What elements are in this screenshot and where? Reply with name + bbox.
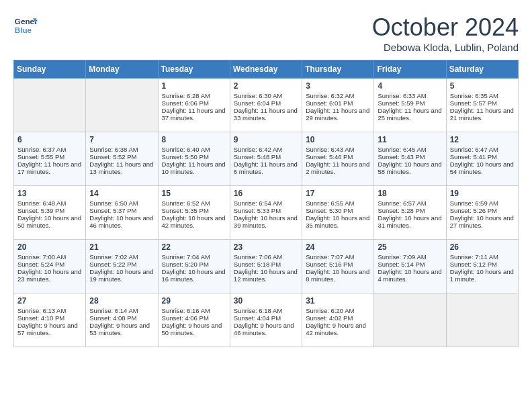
day-of-week-header: Monday [86, 60, 158, 79]
daylight-text: Daylight: 10 hours and 58 minutes. [378, 161, 442, 175]
calendar-cell: 26Sunrise: 7:11 AMSunset: 5:12 PMDayligh… [446, 240, 518, 293]
day-number: 10 [306, 135, 370, 144]
calendar-cell [374, 293, 446, 347]
sunset-text: Sunset: 5:14 PM [378, 261, 442, 268]
calendar-week-row: 20Sunrise: 7:00 AMSunset: 5:24 PMDayligh… [14, 240, 519, 293]
day-number: 21 [89, 242, 154, 252]
day-number: 2 [234, 81, 298, 91]
daylight-text: Daylight: 11 hours and 21 minutes. [450, 107, 515, 122]
sunrise-text: Sunrise: 7:00 AM [17, 253, 82, 261]
sunrise-text: Sunrise: 6:48 AM [17, 199, 82, 207]
sunset-text: Sunset: 5:50 PM [162, 153, 226, 161]
calendar-week-row: 6Sunrise: 6:37 AMSunset: 5:55 PMDaylight… [14, 132, 519, 186]
daylight-text: Daylight: 10 hours and 54 minutes. [450, 161, 515, 175]
day-number: 13 [17, 189, 82, 198]
sunset-text: Sunset: 4:02 PM [306, 314, 370, 322]
calendar-cell: 30Sunrise: 6:18 AMSunset: 4:04 PMDayligh… [230, 293, 302, 347]
day-of-week-header: Friday [374, 60, 446, 79]
header-row: SundayMondayTuesdayWednesdayThursdayFrid… [14, 60, 519, 79]
sunset-text: Sunset: 5:20 PM [162, 261, 226, 268]
day-number: 11 [378, 135, 442, 144]
sunrise-text: Sunrise: 7:11 AM [450, 253, 515, 261]
daylight-text: Daylight: 10 hours and 27 minutes. [450, 214, 515, 229]
day-number: 26 [450, 242, 515, 252]
day-number: 15 [162, 189, 226, 198]
calendar-cell: 31Sunrise: 6:20 AMSunset: 4:02 PMDayligh… [302, 293, 374, 347]
daylight-text: Daylight: 11 hours and 37 minutes. [162, 107, 226, 122]
sunset-text: Sunset: 5:48 PM [234, 153, 298, 161]
daylight-text: Daylight: 11 hours and 29 minutes. [306, 107, 370, 122]
day-number: 22 [162, 242, 226, 252]
calendar-cell: 19Sunrise: 6:59 AMSunset: 5:26 PMDayligh… [446, 186, 518, 240]
sunrise-text: Sunrise: 6:42 AM [234, 146, 298, 153]
sunrise-text: Sunrise: 6:40 AM [162, 146, 226, 153]
calendar-cell: 1Sunrise: 6:28 AMSunset: 6:06 PMDaylight… [158, 79, 230, 132]
sunset-text: Sunset: 5:55 PM [17, 153, 82, 161]
daylight-text: Daylight: 9 hours and 42 minutes. [306, 322, 370, 336]
day-number: 19 [450, 189, 515, 198]
day-number: 29 [162, 296, 226, 306]
daylight-text: Daylight: 11 hours and 6 minutes. [234, 161, 298, 175]
daylight-text: Daylight: 11 hours and 2 minutes. [306, 161, 370, 175]
sunset-text: Sunset: 6:06 PM [162, 99, 226, 107]
day-number: 1 [162, 81, 226, 91]
daylight-text: Daylight: 11 hours and 17 minutes. [17, 161, 82, 175]
calendar-cell: 7Sunrise: 6:38 AMSunset: 5:52 PMDaylight… [86, 132, 158, 186]
day-number: 3 [306, 81, 370, 91]
sunset-text: Sunset: 5:18 PM [234, 261, 298, 268]
day-number: 8 [162, 135, 226, 144]
day-number: 31 [306, 296, 370, 306]
title-section: October 2024 Debowa Kloda, Lublin, Polan… [372, 13, 519, 53]
sunset-text: Sunset: 5:33 PM [234, 207, 298, 214]
calendar-table: SundayMondayTuesdayWednesdayThursdayFrid… [13, 60, 519, 347]
logo-icon: General Blue [13, 13, 38, 38]
svg-text:General: General [15, 17, 38, 26]
day-number: 14 [89, 189, 154, 198]
calendar-cell: 3Sunrise: 6:32 AMSunset: 6:01 PMDaylight… [302, 79, 374, 132]
month-title: October 2024 [372, 13, 519, 42]
calendar-cell: 23Sunrise: 7:06 AMSunset: 5:18 PMDayligh… [230, 240, 302, 293]
sunrise-text: Sunrise: 7:02 AM [89, 253, 154, 261]
sunset-text: Sunset: 5:12 PM [450, 261, 515, 268]
sunrise-text: Sunrise: 6:18 AM [234, 307, 298, 314]
sunset-text: Sunset: 4:08 PM [89, 314, 154, 322]
calendar-cell: 6Sunrise: 6:37 AMSunset: 5:55 PMDaylight… [14, 132, 86, 186]
daylight-text: Daylight: 11 hours and 25 minutes. [378, 107, 442, 122]
sunset-text: Sunset: 4:10 PM [17, 314, 82, 322]
day-number: 27 [17, 296, 82, 306]
sunrise-text: Sunrise: 7:07 AM [306, 253, 370, 261]
calendar-cell: 9Sunrise: 6:42 AMSunset: 5:48 PMDaylight… [230, 132, 302, 186]
calendar-cell: 11Sunrise: 6:45 AMSunset: 5:43 PMDayligh… [374, 132, 446, 186]
day-number: 4 [378, 81, 442, 91]
day-number: 24 [306, 242, 370, 252]
sunset-text: Sunset: 5:43 PM [378, 153, 442, 161]
sunset-text: Sunset: 5:39 PM [17, 207, 82, 214]
daylight-text: Daylight: 9 hours and 57 minutes. [17, 322, 82, 336]
sunrise-text: Sunrise: 7:06 AM [234, 253, 298, 261]
sunrise-text: Sunrise: 6:50 AM [89, 199, 154, 207]
sunset-text: Sunset: 5:22 PM [89, 261, 154, 268]
daylight-text: Daylight: 11 hours and 10 minutes. [162, 161, 226, 175]
calendar-cell: 2Sunrise: 6:30 AMSunset: 6:04 PMDaylight… [230, 79, 302, 132]
calendar-cell: 16Sunrise: 6:54 AMSunset: 5:33 PMDayligh… [230, 186, 302, 240]
sunset-text: Sunset: 4:06 PM [162, 314, 226, 322]
daylight-text: Daylight: 11 hours and 13 minutes. [89, 161, 154, 175]
sunrise-text: Sunrise: 6:47 AM [450, 146, 515, 153]
calendar-cell: 27Sunrise: 6:13 AMSunset: 4:10 PMDayligh… [14, 293, 86, 347]
sunset-text: Sunset: 5:57 PM [450, 99, 515, 107]
sunrise-text: Sunrise: 6:33 AM [378, 92, 442, 99]
sunrise-text: Sunrise: 6:28 AM [162, 92, 226, 99]
sunrise-text: Sunrise: 6:20 AM [306, 307, 370, 314]
day-number: 28 [89, 296, 154, 306]
calendar-cell: 21Sunrise: 7:02 AMSunset: 5:22 PMDayligh… [86, 240, 158, 293]
daylight-text: Daylight: 9 hours and 46 minutes. [234, 322, 298, 336]
daylight-text: Daylight: 10 hours and 42 minutes. [162, 214, 226, 229]
sunrise-text: Sunrise: 6:30 AM [234, 92, 298, 99]
sunrise-text: Sunrise: 6:55 AM [306, 199, 370, 207]
day-number: 30 [234, 296, 298, 306]
svg-text:Blue: Blue [15, 26, 32, 34]
calendar-cell: 24Sunrise: 7:07 AMSunset: 5:16 PMDayligh… [302, 240, 374, 293]
calendar-cell: 4Sunrise: 6:33 AMSunset: 5:59 PMDaylight… [374, 79, 446, 132]
calendar-cell [86, 79, 158, 132]
sunset-text: Sunset: 5:24 PM [17, 261, 82, 268]
